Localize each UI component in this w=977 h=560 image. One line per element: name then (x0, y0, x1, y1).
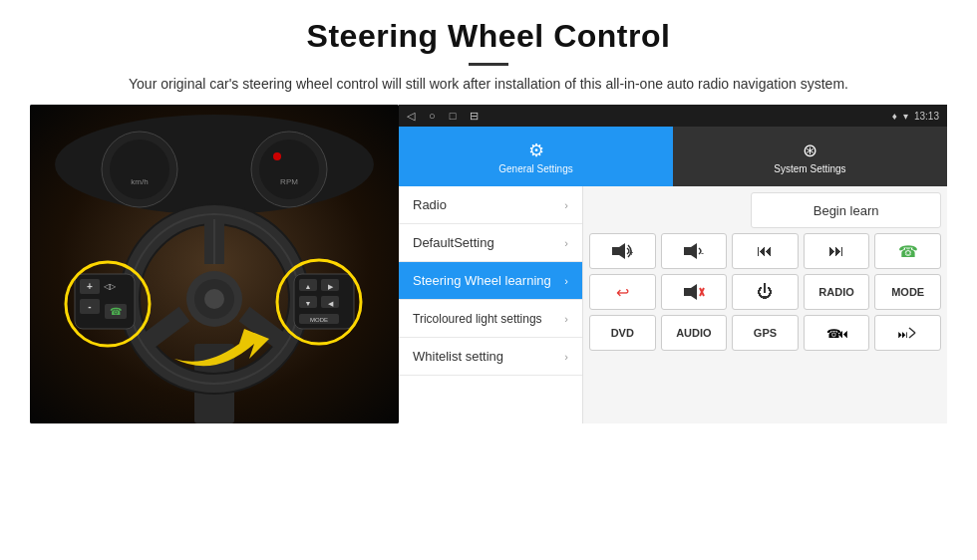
svg-text:-: - (88, 301, 91, 312)
tab-general-label: General Settings (498, 163, 573, 174)
power-button[interactable]: ⏻ (732, 274, 799, 310)
begin-learn-button[interactable]: Begin learn (751, 192, 941, 228)
recent-nav-icon[interactable]: □ (450, 110, 457, 122)
status-bar: ◁ ○ □ ⊟ ♦ ▾ 13:13 (399, 105, 947, 127)
svg-point-8 (273, 152, 281, 160)
home-nav-icon[interactable]: ○ (429, 110, 436, 122)
menu-item-whitelist[interactable]: Whitelist setting › (399, 338, 582, 376)
status-right: ♦ ▾ 13:13 (892, 111, 939, 122)
src-prev-button[interactable]: ☎⏮ (804, 315, 870, 351)
chevron-icon-radio: › (564, 199, 568, 211)
wifi-icon: ▾ (903, 111, 908, 122)
svg-text:▲: ▲ (305, 283, 312, 290)
mode-button[interactable]: MODE (874, 274, 941, 310)
svg-text:◁▷: ◁▷ (104, 282, 117, 291)
tab-general[interactable]: ⚙ General Settings (399, 127, 673, 186)
svg-text:-: - (701, 248, 704, 258)
svg-text:MODE: MODE (310, 317, 328, 323)
control-row-2: ↩ ⏻ RADIO MODE (589, 274, 941, 310)
page-title: Steering Wheel Control (60, 18, 917, 55)
tab-system[interactable]: ⊛ System Settings (673, 127, 947, 186)
tab-system-label: System Settings (774, 163, 845, 174)
status-time: 13:13 (914, 111, 939, 122)
menu-nav-icon[interactable]: ⊟ (470, 110, 479, 123)
menu-list: Radio › DefaultSetting › Steering Wheel … (399, 186, 583, 423)
chevron-icon-whitelist: › (564, 351, 568, 363)
button-panel: Begin learn + - ⏮ ⏭ ☎ (583, 186, 947, 423)
page-subtitle: Your original car's steering wheel contr… (100, 74, 877, 95)
dvd-button[interactable]: DVD (589, 315, 656, 351)
general-settings-icon: ⚙ (528, 140, 544, 161)
svg-text:☎: ☎ (110, 306, 122, 317)
tablet-section: ◁ ○ □ ⊟ ♦ ▾ 13:13 ⚙ General Settings (399, 105, 947, 423)
gps-button[interactable]: GPS (732, 315, 799, 351)
menu-item-steering-label: Steering Wheel learning (413, 273, 551, 288)
page-wrapper: Steering Wheel Control Your original car… (0, 0, 977, 560)
begin-learn-row: Begin learn (589, 192, 941, 228)
radio-button[interactable]: RADIO (804, 274, 870, 310)
menu-item-whitelist-label: Whitelist setting (413, 349, 503, 364)
svg-text:+: + (629, 248, 633, 258)
svg-point-19 (204, 289, 224, 309)
settings-tabs: ⚙ General Settings ⊛ System Settings (399, 127, 947, 186)
menu-item-tricoloured-label: Tricoloured light settings (413, 312, 542, 326)
svg-text:RPM: RPM (280, 177, 298, 186)
chevron-icon-tricoloured: › (564, 313, 568, 325)
menu-item-default[interactable]: DefaultSetting › (399, 224, 582, 262)
svg-text:+: + (87, 281, 93, 292)
prev-track-button[interactable]: ⏮ (732, 233, 799, 269)
svg-marker-45 (684, 284, 697, 300)
svg-text:▼: ▼ (305, 300, 312, 307)
svg-text:⏮: ⏮ (836, 327, 847, 341)
car-image: km/h RPM (30, 105, 399, 423)
chevron-icon-steering: › (564, 275, 568, 287)
phone-answer-button[interactable]: ☎ (874, 233, 941, 269)
control-row-1: + - ⏮ ⏭ ☎ (589, 233, 941, 269)
svg-text:km/h: km/h (131, 177, 148, 186)
content-section: km/h RPM (0, 105, 977, 560)
header-section: Steering Wheel Control Your original car… (0, 0, 977, 105)
menu-item-default-label: DefaultSetting (413, 235, 494, 250)
svg-line-51 (909, 328, 915, 333)
svg-marker-41 (612, 243, 625, 259)
back-nav-icon[interactable]: ◁ (407, 110, 415, 123)
audio-button[interactable]: AUDIO (661, 315, 728, 351)
title-divider (469, 63, 508, 66)
src-next-button[interactable]: ⏭ (874, 315, 941, 351)
system-settings-icon: ⊛ (803, 140, 817, 161)
svg-text:⏭: ⏭ (898, 329, 908, 340)
menu-item-steering[interactable]: Steering Wheel learning › (399, 262, 582, 300)
main-content: Radio › DefaultSetting › Steering Wheel … (399, 186, 947, 423)
status-nav: ◁ ○ □ ⊟ (407, 110, 479, 123)
vol-up-button[interactable]: + (589, 233, 656, 269)
chevron-icon-default: › (564, 237, 568, 249)
svg-point-6 (259, 140, 319, 199)
location-icon: ♦ (892, 111, 897, 122)
next-track-button[interactable]: ⏭ (804, 233, 870, 269)
mute-button[interactable] (661, 274, 728, 310)
menu-item-radio-label: Radio (413, 197, 447, 212)
control-row-3: DVD AUDIO GPS ☎⏮ ⏭ (589, 315, 941, 351)
svg-line-52 (909, 333, 915, 338)
svg-marker-43 (684, 243, 697, 259)
menu-item-tricoloured[interactable]: Tricoloured light settings › (399, 300, 582, 338)
menu-item-radio[interactable]: Radio › (399, 186, 582, 224)
hang-up-button[interactable]: ↩ (589, 274, 656, 310)
svg-point-3 (110, 140, 169, 199)
vol-down-button[interactable]: - (661, 233, 728, 269)
